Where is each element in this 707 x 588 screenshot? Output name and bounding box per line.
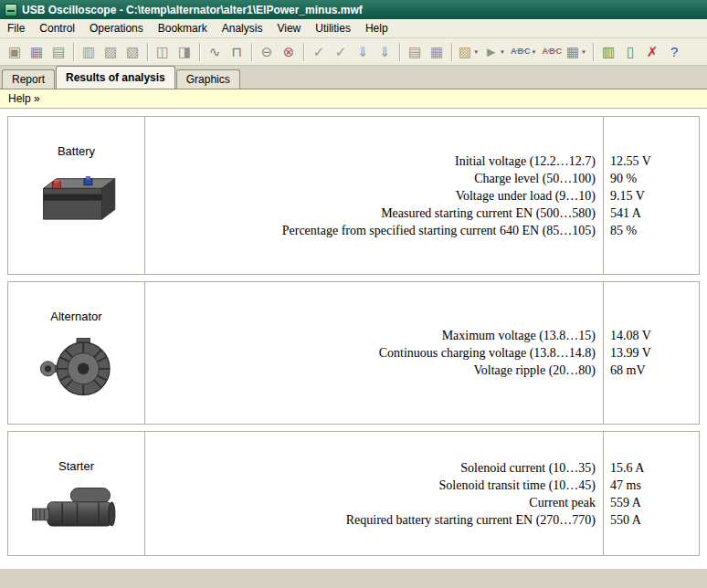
copy-waveform-icon[interactable]: ▥ xyxy=(78,41,100,63)
param-label: Charge level (50…100) xyxy=(474,170,596,187)
menu-item-operations[interactable]: Operations xyxy=(82,19,151,37)
dropdown-arrow-icon: ▼ xyxy=(500,49,505,55)
card-icon[interactable]: ▤ xyxy=(404,41,426,63)
run-script-icon[interactable]: ►▼ xyxy=(481,41,508,63)
toolbar-separator xyxy=(451,43,452,61)
paste-waveform-icon[interactable]: ▨ xyxy=(100,41,121,63)
param-label: Voltage ripple (20…80) xyxy=(474,362,596,379)
battery-image xyxy=(29,169,124,227)
param-label: Percentage from specified starting curre… xyxy=(282,222,596,239)
tab-report[interactable]: Report xyxy=(2,69,55,89)
toolbar-separator xyxy=(593,43,594,61)
param-value: 14.08 V xyxy=(610,327,699,344)
menu-item-control[interactable]: Control xyxy=(32,19,82,37)
menu-item-analysis[interactable]: Analysis xyxy=(215,19,270,37)
param-value: 13.99 V xyxy=(610,344,699,362)
marker-abc2-icon[interactable]: A·B·C xyxy=(539,41,564,63)
value-list: 14.08 V13.99 V68 mV xyxy=(604,282,699,424)
title-bar[interactable]: USB Oscilloscope - C:\temp\alternator\al… xyxy=(0,0,707,19)
menu-item-help[interactable]: Help xyxy=(358,19,396,37)
results-table: BatteryInitial voltage (12.2…12.7)Charge… xyxy=(0,109,707,569)
dropdown-arrow-icon: ▼ xyxy=(531,49,536,55)
menu-item-utilities[interactable]: Utilities xyxy=(308,19,358,37)
component-cell: Battery xyxy=(8,117,145,274)
tab-graphics[interactable]: Graphics xyxy=(176,69,240,89)
parameter-list: Maximum voltage (13.8…15)Continuous char… xyxy=(145,282,604,424)
app-icon xyxy=(5,4,17,16)
component-label: Starter xyxy=(58,459,94,473)
param-value: 9.15 V xyxy=(610,187,699,205)
table-icon[interactable]: ▦▼ xyxy=(564,41,589,63)
menu-item-view[interactable]: View xyxy=(269,19,308,37)
value-list: 15.6 A47 ms559 A550 A xyxy=(604,432,699,555)
param-label: Maximum voltage (13.8…15) xyxy=(442,327,596,344)
value-list: 12.55 V90 %9.15 V541 A85 % xyxy=(604,117,699,274)
param-label: Voltage under load (9…10) xyxy=(456,187,596,205)
menu-item-bookmark[interactable]: Bookmark xyxy=(151,19,215,37)
param-value: 68 mV xyxy=(610,362,699,379)
pulse-icon[interactable]: ⊓ xyxy=(226,41,248,63)
marker-abc-icon[interactable]: A·B·C▼ xyxy=(508,41,539,63)
param-value: 85 % xyxy=(610,222,699,239)
toolbar: ▣▦▤▥▨▧◫◨∿⊓⊖⊗✓✓⇓⇓▤▦▨▼►▼A·B·C▼A·B·C▦▼▥▯✗? xyxy=(0,38,707,66)
caliper-icon[interactable]: ◫ xyxy=(152,41,174,63)
tab-results-of-analysis[interactable]: Results of analysis xyxy=(56,66,175,89)
param-label: Solenoid current (10…35) xyxy=(460,459,596,477)
card-report-icon[interactable]: ▦ xyxy=(426,41,448,63)
param-label: Measured starting current EN (500…580) xyxy=(381,205,596,222)
chart-icon[interactable]: ▥ xyxy=(597,41,619,63)
export-icon[interactable]: ▧ xyxy=(121,41,143,63)
component-cell: Starter xyxy=(8,432,145,555)
param-label: Initial voltage (12.2…12.7) xyxy=(455,152,596,170)
dropdown-arrow-icon: ▼ xyxy=(581,49,586,55)
component-label: Alternator xyxy=(50,310,101,323)
menu-bar: FileControlOperationsBookmarkAnalysisVie… xyxy=(0,19,707,38)
accept-all-icon[interactable]: ✓ xyxy=(330,41,352,63)
load-all-icon[interactable]: ⇓ xyxy=(374,41,396,63)
param-value: 15.6 A xyxy=(610,459,699,477)
load-icon[interactable]: ⇓ xyxy=(352,41,374,63)
zoom-reset-icon[interactable]: ⊗ xyxy=(278,41,300,63)
print-icon[interactable]: ▤ xyxy=(47,41,69,63)
alternator-image xyxy=(35,334,119,400)
param-value: 541 A xyxy=(610,205,699,222)
tab-strip: ReportResults of analysisGraphics xyxy=(0,66,707,89)
param-value: 12.55 V xyxy=(610,152,699,170)
toolbar-separator xyxy=(147,43,148,61)
toolbar-separator xyxy=(73,43,74,61)
section-starter: StarterSolenoid current (10…35)Solenoid … xyxy=(7,431,700,556)
help-bar[interactable]: Help » xyxy=(0,89,707,109)
save-icon[interactable]: ▦ xyxy=(26,41,47,63)
param-value: 47 ms xyxy=(610,477,699,494)
param-label: Current peak xyxy=(529,494,596,511)
component-label: Battery xyxy=(58,144,95,158)
section-alternator: AlternatorMaximum voltage (13.8…15)Conti… xyxy=(7,281,700,425)
parameter-list: Solenoid current (10…35)Solenoid transit… xyxy=(145,432,604,555)
open-icon[interactable]: ▣ xyxy=(4,41,26,63)
toolbar-separator xyxy=(399,43,400,61)
menu-item-file[interactable]: File xyxy=(0,19,32,37)
window-title: USB Oscilloscope - C:\temp\alternator\al… xyxy=(22,4,363,16)
toolbar-separator xyxy=(251,43,252,61)
param-label: Required battery starting current EN (27… xyxy=(346,511,596,529)
report-page-icon[interactable]: ▯ xyxy=(619,41,641,63)
help-menu-label[interactable]: Help » xyxy=(8,92,40,105)
param-label: Solenoid transit time (10…45) xyxy=(439,477,596,494)
waveform-icon[interactable]: ∿ xyxy=(204,41,226,63)
parameter-list: Initial voltage (12.2…12.7)Charge level … xyxy=(145,117,604,274)
toolbar-separator xyxy=(199,43,200,61)
param-value: 559 A xyxy=(610,494,699,511)
accept-icon[interactable]: ✓ xyxy=(308,41,330,63)
zoom-out-icon[interactable]: ⊖ xyxy=(256,41,278,63)
starter-image xyxy=(27,484,126,535)
open-script-icon[interactable]: ▨▼ xyxy=(456,41,481,63)
param-value: 550 A xyxy=(610,511,699,529)
delete-icon[interactable]: ✗ xyxy=(641,41,663,63)
component-cell: Alternator xyxy=(8,282,145,424)
dropdown-arrow-icon: ▼ xyxy=(473,49,479,55)
section-battery: BatteryInitial voltage (12.2…12.7)Charge… xyxy=(7,116,700,275)
ruler-icon[interactable]: ◨ xyxy=(174,41,195,63)
param-label: Continuous charging voltage (13.8…14.8) xyxy=(379,344,596,362)
toolbar-separator xyxy=(303,43,304,61)
help-icon[interactable]: ? xyxy=(663,41,685,63)
